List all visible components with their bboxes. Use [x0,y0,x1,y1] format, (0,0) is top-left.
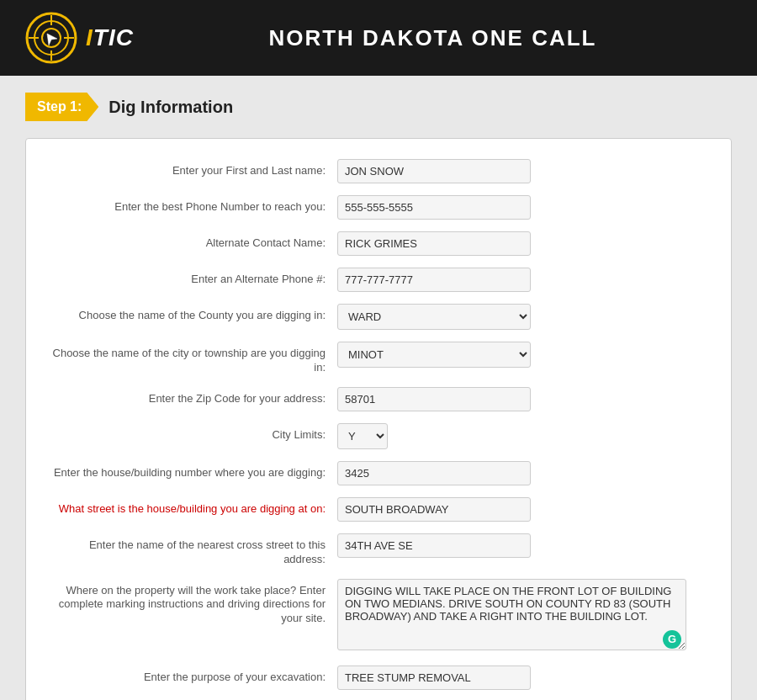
grammarly-wrapper: DIGGING WILL TAKE PLACE ON THE FRONT LOT… [337,579,686,654]
first-last-name-row: Enter your First and Last name: [51,159,706,183]
alt-contact-row: Alternate Contact Name: [51,231,706,256]
cross-street-input[interactable] [337,533,531,558]
itic-logo-icon [25,12,77,64]
first-last-name-label: Enter your First and Last name: [51,159,337,178]
house-number-input[interactable] [337,461,531,485]
street-label: What street is the house/building you ar… [51,497,337,517]
alt-contact-label: Alternate Contact Name: [51,231,337,251]
excavation-purpose-label: Enter the purpose of your excavation: [51,666,337,685]
excavation-purpose-input[interactable] [337,666,531,690]
first-last-name-input[interactable] [337,159,531,183]
house-number-row: Enter the house/building number where yo… [51,461,706,485]
street-control [337,497,531,522]
excavation-purpose-control [337,666,531,690]
city-limits-label: City Limits: [51,423,337,443]
zip-label: Enter the Zip Code for your address: [51,387,337,406]
logo-text: ITIC [86,24,134,51]
phone-control [337,195,531,220]
city-select[interactable]: MINOT BISMARCK FARGO GRAND FORKS [337,342,531,368]
grammarly-icon[interactable]: G [663,630,681,649]
cross-street-label: Enter the name of the nearest cross stre… [51,533,337,567]
city-limits-select[interactable]: Y N [337,423,388,449]
city-row: Choose the name of the city or township … [51,342,706,375]
zip-control [337,387,531,411]
zip-row: Enter the Zip Code for your address: [51,387,706,411]
step-heading: Dig Information [109,98,233,117]
form-card: Enter your First and Last name: Enter th… [25,138,732,700]
work-place-row: Where on the property will the work take… [51,579,706,654]
city-limits-control: Y N [337,423,531,449]
phone-row: Enter the best Phone Number to reach you… [51,195,706,220]
alt-contact-control [337,231,531,256]
phone-label: Enter the best Phone Number to reach you… [51,195,337,215]
phone-input[interactable] [337,195,531,220]
work-place-control: DIGGING WILL TAKE PLACE ON THE FRONT LOT… [337,579,531,654]
alt-phone-input[interactable] [337,268,531,292]
header: ITIC NORTH DAKOTA ONE CALL [0,0,757,76]
county-row: Choose the name of the County you are di… [51,304,706,330]
city-label: Choose the name of the city or township … [51,342,337,375]
county-select[interactable]: WARD BURLEIGH CASS GRAND FORKS [337,304,531,330]
cross-street-row: Enter the name of the nearest cross stre… [51,533,706,567]
step-label: Step 1: [25,93,98,121]
svg-marker-7 [47,34,57,45]
alt-phone-row: Enter an Alternate Phone #: [51,268,706,292]
street-input[interactable] [337,497,531,522]
work-place-label: Where on the property will the work take… [51,579,337,627]
main-content: Step 1: Dig Information Enter your First… [0,76,757,700]
county-label: Choose the name of the County you are di… [51,304,337,323]
first-last-name-control [337,159,531,183]
step-banner: Step 1: Dig Information [25,93,732,121]
logo-area: ITIC [25,12,134,64]
house-number-control [337,461,531,485]
house-number-label: Enter the house/building number where yo… [51,461,337,480]
header-title: NORTH DAKOTA ONE CALL [134,25,732,51]
city-control: MINOT BISMARCK FARGO GRAND FORKS [337,342,531,368]
zip-input[interactable] [337,387,531,411]
alt-contact-input[interactable] [337,231,531,256]
alt-phone-label: Enter an Alternate Phone #: [51,268,337,287]
alt-phone-control [337,268,531,292]
work-place-textarea[interactable]: DIGGING WILL TAKE PLACE ON THE FRONT LOT… [337,579,686,650]
excavation-purpose-row: Enter the purpose of your excavation: [51,666,706,690]
city-limits-row: City Limits: Y N [51,423,706,449]
cross-street-control [337,533,531,558]
street-row: What street is the house/building you ar… [51,497,706,522]
county-control: WARD BURLEIGH CASS GRAND FORKS [337,304,531,330]
